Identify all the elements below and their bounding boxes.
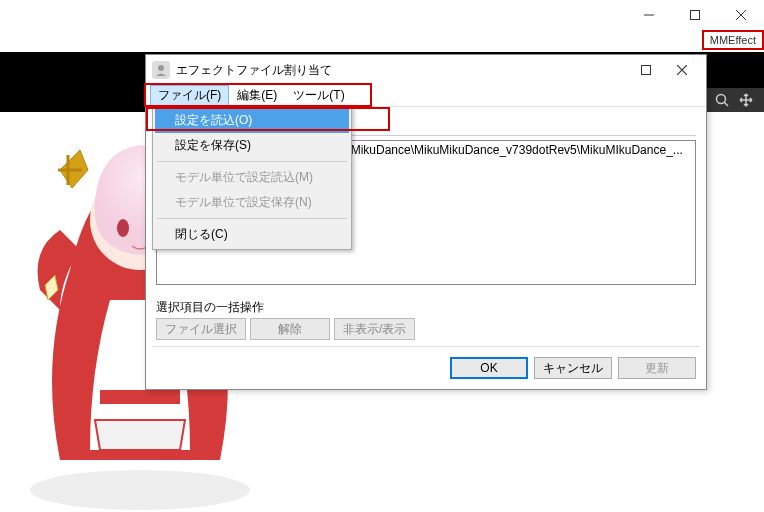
search-icon[interactable] [710,88,734,112]
window-maximize-button[interactable] [672,0,718,30]
window-close-button[interactable] [718,0,764,30]
svg-point-1 [717,95,726,104]
dialog-app-icon [152,61,170,79]
dialog-menubar: ファイル(F) 編集(E) ツール(T) 設定を読込(O) 設定を保存(S) モ… [146,85,706,107]
batch-remove-button[interactable]: 解除 [250,318,330,340]
menu-item-model-save: モデル単位で設定保存(N) [155,190,349,215]
batch-operations-label: 選択項目の一括操作 [156,295,696,318]
cancel-button[interactable]: キャンセル [534,357,612,379]
batch-toggle-visible-button[interactable]: 非表示/表示 [334,318,415,340]
menu-edit[interactable]: 編集(E) [229,85,285,106]
menu-file[interactable]: ファイル(F) [150,85,229,106]
dialog-title: エフェクトファイル割り当て [176,62,628,79]
batch-file-select-button[interactable]: ファイル選択 [156,318,246,340]
file-menu-dropdown: 設定を読込(O) 設定を保存(S) モデル単位で設定読込(M) モデル単位で設定… [152,105,352,250]
menu-item-load-settings[interactable]: 設定を読込(O) [155,108,349,133]
dialog-close-button[interactable] [664,57,700,83]
svg-rect-3 [100,390,180,404]
menu-tool[interactable]: ツール(T) [285,85,352,106]
effect-file-assign-dialog: エフェクトファイル割り当て ファイル(F) 編集(E) ツール(T) 設定を読込… [145,54,707,390]
separator [152,346,700,347]
menu-item-close[interactable]: 閉じる(C) [155,222,349,247]
dialog-maximize-button[interactable] [628,57,664,83]
list-item-path: D:\MikuMikuDance\MikuMikuDance_v739dotRe… [310,143,691,157]
menu-item-model-load: モデル単位で設定読込(M) [155,165,349,190]
svg-point-5 [117,219,129,237]
svg-point-2 [30,470,250,510]
menu-item-save-settings[interactable]: 設定を保存(S) [155,133,349,158]
move-icon[interactable] [734,88,758,112]
list-item-path: (none) [310,161,691,175]
update-button[interactable]: 更新 [618,357,696,379]
menu-separator [157,218,347,219]
svg-rect-0 [691,11,700,20]
svg-rect-9 [642,66,651,75]
menu-separator [157,161,347,162]
ok-button[interactable]: OK [450,357,528,379]
mmeffect-menu-label[interactable]: MMEffect [702,30,764,50]
svg-point-8 [158,65,164,71]
window-minimize-button[interactable] [626,0,672,30]
